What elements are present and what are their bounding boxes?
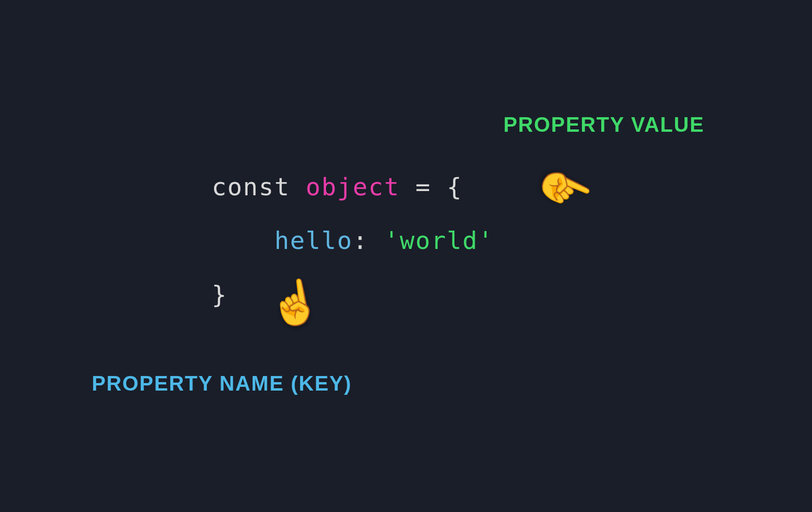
property-key: hello (274, 226, 353, 255)
keyword-const: const (212, 173, 290, 201)
variable-name: object (306, 173, 400, 201)
colon: : (353, 226, 384, 255)
property-key-label: PROPERTY NAME (KEY) (92, 372, 352, 395)
pointing-left-icon: ☝️ (531, 155, 598, 224)
indent (212, 226, 274, 255)
pointing-up-icon: ☝️ (264, 273, 325, 332)
property-value-label: PROPERTY VALUE (503, 113, 704, 136)
close-brace: } (212, 280, 227, 309)
open-brace: { (447, 173, 462, 201)
equals: = (400, 173, 447, 201)
code-snippet: const object = { hello: 'world' } (212, 160, 494, 321)
property-value: 'world' (384, 226, 494, 255)
